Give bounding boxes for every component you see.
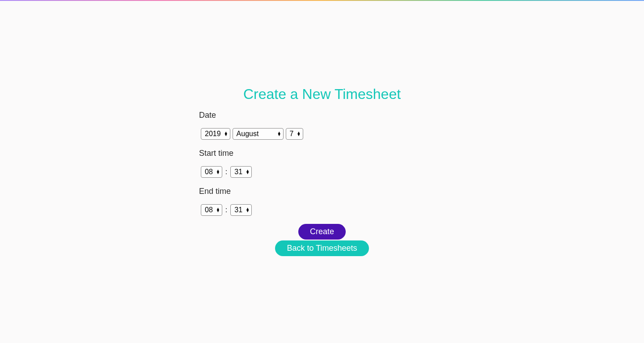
date-select-row: 2019 ▲▼ August ▲▼ 7 ▲▼ [199,128,445,140]
top-gradient-bar [0,0,644,1]
stepper-icon: ▲▼ [297,132,301,136]
stepper-icon: ▲▼ [216,208,220,212]
start-hour-select[interactable]: 08 ▲▼ [201,166,222,178]
start-time-label: Start time [199,149,445,158]
stepper-icon: ▲▼ [224,132,228,136]
month-select[interactable]: August ▲▼ [233,128,284,140]
start-time-select-row: 08 ▲▼ : 31 ▲▼ [199,166,445,178]
stepper-icon: ▲▼ [246,170,250,174]
end-hour-select[interactable]: 08 ▲▼ [201,204,222,216]
start-minute-select[interactable]: 31 ▲▼ [230,166,252,178]
date-label: Date [199,111,445,120]
stepper-icon: ▲▼ [246,208,250,212]
stepper-icon: ▲▼ [216,170,220,174]
time-separator: : [225,206,227,214]
page-title: Create a New Timesheet [0,86,644,103]
back-to-timesheets-button[interactable]: Back to Timesheets [275,240,369,256]
month-select-value: August [237,130,265,138]
day-select[interactable]: 7 ▲▼ [286,128,303,140]
end-time-label: End time [199,187,445,196]
end-minute-select[interactable]: 31 ▲▼ [230,204,252,216]
stepper-icon: ▲▼ [277,132,281,136]
timesheet-form: Date 2019 ▲▼ August ▲▼ 7 ▲▼ Start time 0… [199,111,445,256]
year-select[interactable]: 2019 ▲▼ [201,128,230,140]
end-time-select-row: 08 ▲▼ : 31 ▲▼ [199,204,445,216]
time-separator: : [225,168,227,176]
create-button[interactable]: Create [298,224,346,240]
